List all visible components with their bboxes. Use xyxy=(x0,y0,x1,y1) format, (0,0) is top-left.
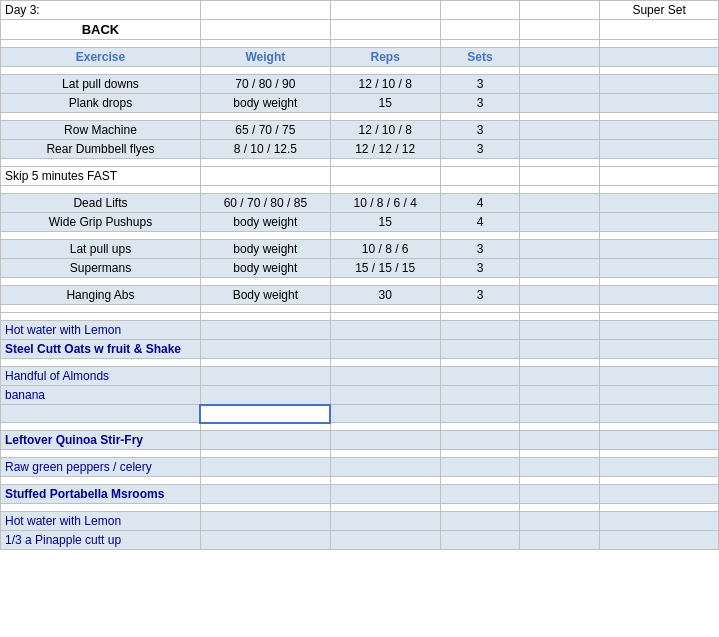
exercise-reps: 15 xyxy=(330,213,440,232)
separator-row xyxy=(1,159,719,167)
exercise-weight: 8 / 10 / 12.5 xyxy=(200,140,330,159)
separator-row xyxy=(1,359,719,367)
back-label: BACK xyxy=(1,20,201,40)
superset-label: Super Set xyxy=(600,1,719,20)
food-item: Hot water with Lemon xyxy=(1,321,201,340)
exercise-row: Supermans body weight 15 / 15 / 15 3 xyxy=(1,259,719,278)
header-row: Day 3: Super Set xyxy=(1,1,719,20)
col-reps-header: Reps xyxy=(330,48,440,67)
separator-row xyxy=(1,186,719,194)
food-row: Raw green peppers / celery xyxy=(1,458,719,477)
exercise-sets: 3 xyxy=(440,240,520,259)
food-item: Steel Cutt Oats w fruit & Shake xyxy=(1,340,201,359)
food-item: Leftover Quinoa Stir-Fry xyxy=(1,431,201,450)
exercise-row: Row Machine 65 / 70 / 75 12 / 10 / 8 3 xyxy=(1,121,719,140)
exercise-name: Wide Grip Pushups xyxy=(1,213,201,232)
exercise-reps: 12 / 10 / 8 xyxy=(330,121,440,140)
food-item: banana xyxy=(1,386,201,405)
exercise-name: Lat pull ups xyxy=(1,240,201,259)
food-item: Handful of Almonds xyxy=(1,367,201,386)
note-row: Skip 5 minutes FAST xyxy=(1,167,719,186)
col-weight-header: Weight xyxy=(200,48,330,67)
exercise-sets: 4 xyxy=(440,213,520,232)
exercise-name: Supermans xyxy=(1,259,201,278)
exercise-weight: body weight xyxy=(200,213,330,232)
note-text: Skip 5 minutes FAST xyxy=(1,167,201,186)
exercise-name: Row Machine xyxy=(1,121,201,140)
back-row: BACK xyxy=(1,20,719,40)
food-item: Stuffed Portabella Msrooms xyxy=(1,485,201,504)
exercise-weight: 70 / 80 / 90 xyxy=(200,75,330,94)
separator-row xyxy=(1,423,719,431)
separator-row xyxy=(1,504,719,512)
exercise-row: Rear Dumbbell flyes 8 / 10 / 12.5 12 / 1… xyxy=(1,140,719,159)
exercise-sets: 3 xyxy=(440,286,520,305)
column-headers-row: Exercise Weight Reps Sets xyxy=(1,48,719,67)
food-row: banana xyxy=(1,386,719,405)
food-item: Raw green peppers / celery xyxy=(1,458,201,477)
separator-row xyxy=(1,313,719,321)
exercise-sets: 3 xyxy=(440,121,520,140)
col-sets-header: Sets xyxy=(440,48,520,67)
separator-row xyxy=(1,113,719,121)
exercise-sets: 3 xyxy=(440,94,520,113)
exercise-name: Plank drops xyxy=(1,94,201,113)
separator-row xyxy=(1,232,719,240)
selected-cell[interactable] xyxy=(200,405,330,423)
food-row: Hot water with Lemon xyxy=(1,321,719,340)
exercise-row: Wide Grip Pushups body weight 15 4 xyxy=(1,213,719,232)
exercise-reps: 12 / 12 / 12 xyxy=(330,140,440,159)
exercise-row: Lat pull downs 70 / 80 / 90 12 / 10 / 8 … xyxy=(1,75,719,94)
food-item: Hot water with Lemon xyxy=(1,512,201,531)
food-row: Hot water with Lemon xyxy=(1,512,719,531)
separator-row xyxy=(1,278,719,286)
exercise-reps: 15 xyxy=(330,94,440,113)
separator-row xyxy=(1,67,719,75)
food-row: 1/3 a Pinapple cutt up xyxy=(1,531,719,550)
exercise-weight: body weight xyxy=(200,259,330,278)
separator-row xyxy=(1,450,719,458)
exercise-reps: 10 / 8 / 6 / 4 xyxy=(330,194,440,213)
day-label: Day 3: xyxy=(1,1,201,20)
exercise-reps: 30 xyxy=(330,286,440,305)
exercise-sets: 4 xyxy=(440,194,520,213)
exercise-weight: 60 / 70 / 80 / 85 xyxy=(200,194,330,213)
separator-row xyxy=(1,477,719,485)
exercise-weight: Body weight xyxy=(200,286,330,305)
food-item: 1/3 a Pinapple cutt up xyxy=(1,531,201,550)
exercise-row: Dead Lifts 60 / 70 / 80 / 85 10 / 8 / 6 … xyxy=(1,194,719,213)
exercise-row: Hanging Abs Body weight 30 3 xyxy=(1,286,719,305)
separator-row xyxy=(1,40,719,48)
exercise-row: Lat pull ups body weight 10 / 8 / 6 3 xyxy=(1,240,719,259)
exercise-sets: 3 xyxy=(440,140,520,159)
exercise-name: Rear Dumbbell flyes xyxy=(1,140,201,159)
exercise-weight: body weight xyxy=(200,240,330,259)
col-exercise-header: Exercise xyxy=(1,48,201,67)
food-row: Leftover Quinoa Stir-Fry xyxy=(1,431,719,450)
spreadsheet: Day 3: Super Set BACK Exercise xyxy=(0,0,719,550)
exercise-reps: 15 / 15 / 15 xyxy=(330,259,440,278)
exercise-sets: 3 xyxy=(440,259,520,278)
exercise-sets: 3 xyxy=(440,75,520,94)
exercise-row: Plank drops body weight 15 3 xyxy=(1,94,719,113)
exercise-weight: body weight xyxy=(200,94,330,113)
food-row: Handful of Almonds xyxy=(1,367,719,386)
exercise-weight: 65 / 70 / 75 xyxy=(200,121,330,140)
separator-row xyxy=(1,305,719,313)
exercise-name: Lat pull downs xyxy=(1,75,201,94)
food-row xyxy=(1,405,719,423)
food-row: Steel Cutt Oats w fruit & Shake xyxy=(1,340,719,359)
exercise-reps: 10 / 8 / 6 xyxy=(330,240,440,259)
exercise-name: Dead Lifts xyxy=(1,194,201,213)
food-row: Stuffed Portabella Msrooms xyxy=(1,485,719,504)
exercise-name: Hanging Abs xyxy=(1,286,201,305)
exercise-reps: 12 / 10 / 8 xyxy=(330,75,440,94)
